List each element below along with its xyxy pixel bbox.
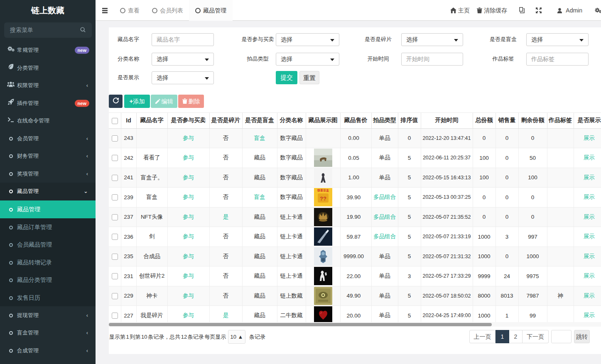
svg-text:惊喜盲盒: 惊喜盲盒 — [317, 188, 329, 192]
svg-text:??: ?? — [320, 195, 326, 202]
